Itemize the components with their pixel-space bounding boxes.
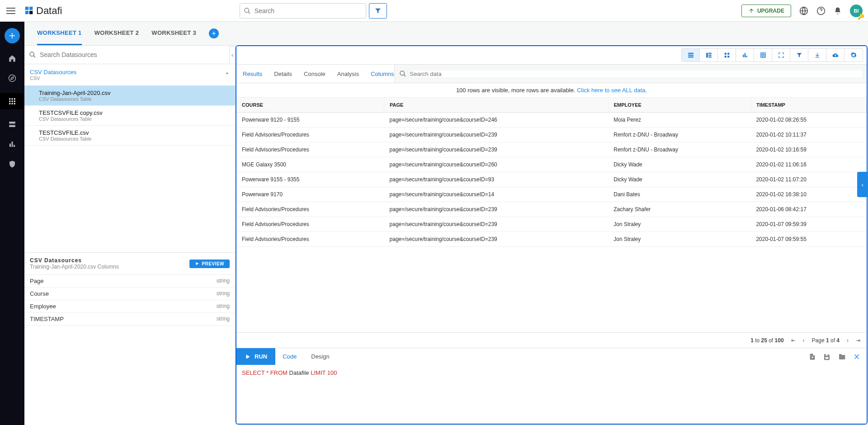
results-banner: 100 rows are visible, more rows are avai… xyxy=(236,83,867,98)
save-icon[interactable] xyxy=(823,353,830,360)
svg-rect-30 xyxy=(724,53,726,55)
table-row[interactable]: Field Advisories/Procedurespage=/secure/… xyxy=(236,232,867,247)
see-all-link[interactable]: Click here to see ALL data. xyxy=(577,87,647,94)
avatar-initials: BI xyxy=(854,8,859,14)
svg-rect-37 xyxy=(760,53,765,58)
table-cell: 2020-01-07 09:59:55 xyxy=(750,232,866,247)
worksheet-tab-2[interactable]: WORKSHEET 2 xyxy=(94,22,139,45)
svg-rect-9 xyxy=(12,98,13,99)
table-row[interactable]: Field Advisories/Procedurespage=/secure/… xyxy=(236,202,867,217)
globe-icon[interactable] xyxy=(799,6,808,15)
topbar: Datafi UPGRADE BI 🔑 xyxy=(0,0,868,22)
run-label: RUN xyxy=(255,353,267,360)
pager-last-icon[interactable]: ⇥ xyxy=(856,337,860,344)
hamburger-menu-icon[interactable] xyxy=(5,5,16,16)
table-row[interactable]: Powerware 9155 - 9355page=/secure/traini… xyxy=(236,172,867,187)
filter-icon xyxy=(374,7,382,14)
data-search-input[interactable] xyxy=(410,71,862,77)
new-file-icon[interactable] xyxy=(809,353,816,360)
view-left-icon[interactable] xyxy=(700,49,718,61)
table-row[interactable]: Powerware 9120 - 9155page=/secure/traini… xyxy=(236,113,867,128)
pager-next-icon[interactable]: › xyxy=(847,337,849,344)
cloud-upload-icon[interactable] xyxy=(826,49,844,61)
add-worksheet-button[interactable]: + xyxy=(209,28,219,38)
tab-code[interactable]: Code xyxy=(275,353,304,360)
column-row[interactable]: Coursestring xyxy=(24,288,235,300)
view-grid-icon[interactable] xyxy=(718,49,736,61)
avatar[interactable]: BI 🔑 xyxy=(850,5,863,17)
result-subtab-results[interactable]: Results xyxy=(243,71,262,77)
filter-button[interactable] xyxy=(369,3,387,19)
result-subtab-analysis[interactable]: Analysis xyxy=(337,71,359,77)
close-icon[interactable] xyxy=(853,353,860,360)
column-preview-panel: CSV Datasources Training-Jan-April-2020.… xyxy=(24,252,235,425)
datasource-file[interactable]: TESTCSVFILE.csvCSV Datasources Table xyxy=(24,126,235,146)
svg-rect-11 xyxy=(9,101,10,102)
add-button[interactable] xyxy=(5,28,20,43)
worksheet-tab-3[interactable]: WORKSHEET 3 xyxy=(151,22,196,45)
search-input[interactable] xyxy=(255,7,362,14)
column-header[interactable]: TIMESTAMP xyxy=(750,98,866,113)
column-header[interactable]: PAGE xyxy=(384,98,609,113)
table-cell: Dani Bates xyxy=(608,187,750,202)
result-subtab-details[interactable]: Details xyxy=(274,71,292,77)
data-search[interactable] xyxy=(394,64,867,83)
tab-design[interactable]: Design xyxy=(304,353,336,360)
column-row[interactable]: TIMESTAMPstring xyxy=(24,313,235,326)
view-filter-icon[interactable] xyxy=(790,49,808,61)
upgrade-button[interactable]: UPGRADE xyxy=(741,5,791,17)
table-row[interactable]: MGE Galaxy 3500page=/secure/training/cou… xyxy=(236,157,867,172)
column-header[interactable]: COURSE xyxy=(236,98,384,113)
datasource-search[interactable]: ‹ xyxy=(24,45,235,64)
preview-title: CSV Datasources xyxy=(30,257,119,264)
table-row[interactable]: Field Advisories/Procedurespage=/secure/… xyxy=(236,142,867,157)
side-drawer-handle[interactable]: ‹ xyxy=(857,172,868,197)
table-cell: page=/secure/training/course&courseID=26… xyxy=(384,157,609,172)
result-subtab-columns[interactable]: Columns xyxy=(371,71,394,77)
help-icon[interactable] xyxy=(816,6,826,15)
svg-point-22 xyxy=(30,52,34,56)
collapse-panel-icon[interactable]: ‹ xyxy=(229,46,236,64)
home-icon[interactable] xyxy=(7,53,17,63)
pager-first-icon[interactable]: ⇤ xyxy=(791,337,796,344)
apps-icon[interactable] xyxy=(0,93,24,109)
search-icon xyxy=(29,51,36,58)
storage-icon[interactable] xyxy=(7,119,17,129)
view-rows-icon[interactable] xyxy=(682,49,700,61)
chart-icon[interactable] xyxy=(7,139,17,149)
search-input-wrap[interactable] xyxy=(240,3,366,19)
column-row[interactable]: Employeestring xyxy=(24,300,235,313)
table-row[interactable]: Field Advisories/Procedurespage=/secure/… xyxy=(236,128,867,142)
view-bar-icon[interactable] xyxy=(736,49,754,61)
datasource-group[interactable]: CSV Datasources CSV ⌃ xyxy=(24,64,235,86)
datasource-file[interactable]: Training-Jan-April-2020.csvCSV Datasourc… xyxy=(24,86,235,106)
table-cell: page=/secure/training/course&courseID=23… xyxy=(384,128,609,142)
result-subtab-console[interactable]: Console xyxy=(304,71,326,77)
table-row[interactable]: Field Advisories/Procedurespage=/secure/… xyxy=(236,217,867,232)
file-name: Training-Jan-April-2020.csv xyxy=(39,90,230,96)
run-button[interactable]: RUN xyxy=(236,348,275,365)
download-icon[interactable] xyxy=(808,49,826,61)
view-table-icon[interactable] xyxy=(754,49,772,61)
worksheet-tab-1[interactable]: WORKSHEET 1 xyxy=(37,22,82,45)
datasource-file[interactable]: TESTCSVFILE copy.csvCSV Datasources Tabl… xyxy=(24,106,235,126)
gear-icon[interactable] xyxy=(844,49,863,61)
column-header[interactable]: EMPLOYEE xyxy=(608,98,750,113)
svg-point-7 xyxy=(9,75,16,82)
shield-icon[interactable] xyxy=(7,159,17,169)
svg-rect-2 xyxy=(25,11,28,14)
column-row[interactable]: Pagestring xyxy=(24,275,235,288)
svg-rect-21 xyxy=(14,145,15,147)
datasource-search-input[interactable] xyxy=(40,51,231,58)
sql-editor[interactable]: SELECT * FROM Datafile LIMIT 100 xyxy=(236,365,867,424)
table-row[interactable]: Powerware 9170page=/secure/training/cour… xyxy=(236,187,867,202)
folder-icon[interactable] xyxy=(838,353,846,360)
table-cell: Field Advisories/Procedures xyxy=(236,128,384,142)
pager-prev-icon[interactable]: ‹ xyxy=(803,337,805,344)
bell-icon[interactable] xyxy=(834,6,842,15)
explore-icon[interactable] xyxy=(7,73,17,83)
preview-button[interactable]: PREVIEW xyxy=(189,260,230,268)
view-fullscreen-icon[interactable] xyxy=(772,49,790,61)
svg-rect-14 xyxy=(9,103,10,104)
column-name: Course xyxy=(30,290,49,297)
